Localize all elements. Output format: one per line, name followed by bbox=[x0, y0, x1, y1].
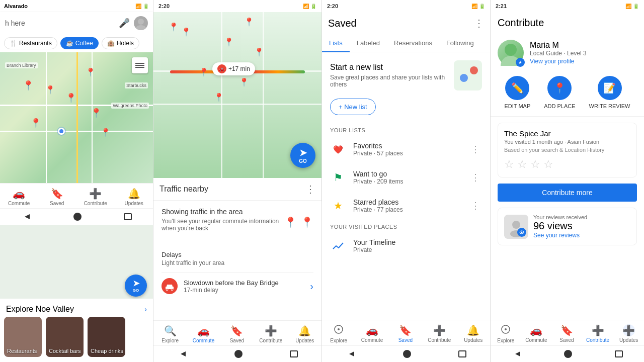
favorites-menu[interactable]: ⋮ bbox=[469, 142, 482, 157]
saved-icon-3: 🔖 bbox=[399, 324, 412, 336]
status-icons-1: 📶 🔋 bbox=[135, 4, 149, 9]
star-3[interactable]: ☆ bbox=[530, 158, 540, 171]
map-pin-3: 📍 bbox=[65, 93, 76, 104]
delay-icon: 🚗 bbox=[217, 64, 226, 73]
status-bar-3: 2:20 📶 🔋 bbox=[322, 0, 490, 12]
list-item-want-to-go[interactable]: ⚑ Want to go Private · 209 items ⋮ bbox=[322, 163, 490, 192]
nav-commute-1[interactable]: 🚗 Commute bbox=[8, 188, 30, 206]
nav-saved-2[interactable]: 🔖 Saved bbox=[226, 325, 248, 343]
list-item-favorites[interactable]: ❤️ Favorites Private · 57 places ⋮ bbox=[322, 135, 490, 163]
contribute-more-button[interactable]: Contribute more bbox=[498, 184, 637, 202]
saved-label-2: Saved bbox=[230, 338, 244, 343]
home-button-1[interactable] bbox=[73, 213, 82, 221]
go-label-map: GO bbox=[133, 288, 139, 293]
home-button-2[interactable] bbox=[234, 350, 243, 358]
go-button-map[interactable]: ➤ GO bbox=[125, 275, 147, 297]
new-list-button[interactable]: + New list bbox=[330, 99, 376, 115]
nav-updates-3[interactable]: 🔔 Updates bbox=[462, 324, 485, 343]
layers-button[interactable] bbox=[132, 57, 148, 73]
add-place-button[interactable]: 📍 bbox=[547, 76, 572, 100]
go-button-traffic[interactable]: ➤ GO bbox=[290, 143, 315, 168]
map-pin-1: 📍 bbox=[23, 80, 34, 91]
svg-point-24 bbox=[505, 328, 507, 330]
star-2[interactable]: ☆ bbox=[517, 158, 527, 171]
commute-icon-2: 🚗 bbox=[197, 325, 210, 337]
nav-updates-1[interactable]: 🔔 Updates bbox=[123, 188, 145, 206]
filter-chip-restaurants[interactable]: 🍴 Restaurants bbox=[4, 37, 57, 49]
add-place-action[interactable]: 📍 ADD PLACE bbox=[544, 76, 575, 109]
filter-chip-hotels[interactable]: 🏨 Hotels bbox=[102, 37, 139, 49]
recents-button-3[interactable] bbox=[458, 350, 466, 357]
nav-saved-1[interactable]: 🔖 Saved bbox=[46, 188, 68, 206]
your-lists-label: YOUR LISTS bbox=[322, 123, 490, 135]
view-profile-link[interactable]: View your profile bbox=[530, 58, 587, 65]
explore-more-link[interactable]: › bbox=[144, 305, 147, 313]
nav-updates-4[interactable]: ➕ Updates bbox=[618, 324, 640, 343]
contribute-label-4: Contribute bbox=[586, 337, 609, 343]
traffic-map-area[interactable]: 📍 📍 📍 📍 📍 📍 📍 📍 🚗 +17 min ➤ GO bbox=[153, 12, 321, 178]
delay-arrow-icon[interactable]: › bbox=[310, 281, 313, 292]
write-review-label: WRITE REVIEW bbox=[589, 103, 630, 109]
edit-map-action[interactable]: ✏️ EDIT MAP bbox=[504, 76, 530, 109]
nav-saved-4[interactable]: 🔖 Saved bbox=[555, 324, 578, 343]
panel-traffic: 2:20 📶 🔋 📍 📍 📍 📍 📍 📍 📍 📍 🚗 +17 min ➤ GO bbox=[153, 0, 322, 362]
nav-explore-3[interactable]: Explore bbox=[328, 324, 350, 343]
nav-contribute-4[interactable]: ➕ Contribute bbox=[586, 324, 609, 343]
nav-contribute-2[interactable]: ➕ Contribute bbox=[259, 325, 282, 343]
explore-chip-restaurants[interactable]: Restaurants bbox=[4, 317, 42, 357]
nav-commute-3[interactable]: 🚗 Commute bbox=[361, 324, 383, 343]
traffic-menu-button[interactable]: ⋮ bbox=[305, 183, 315, 195]
nav-contribute-3[interactable]: ➕ Contribute bbox=[428, 324, 451, 343]
back-button-1[interactable] bbox=[21, 212, 31, 222]
tab-reservations[interactable]: Reservations bbox=[387, 34, 439, 52]
tab-lists[interactable]: Lists bbox=[322, 34, 350, 52]
write-review-action[interactable]: 📝 WRITE REVIEW bbox=[589, 76, 630, 109]
nav-explore-2[interactable]: 🔍 Explore bbox=[159, 325, 181, 343]
recents-button-4[interactable] bbox=[615, 350, 623, 357]
new-list-image bbox=[454, 60, 482, 90]
saved-menu-button[interactable]: ⋮ bbox=[474, 17, 484, 29]
spice-jar-title: The Spice Jar bbox=[504, 129, 630, 138]
status-time-3: 2:20 bbox=[327, 3, 338, 9]
back-button-2[interactable] bbox=[177, 349, 187, 359]
explore-chip-drinks[interactable]: Cheap drinks bbox=[88, 317, 125, 357]
nav-updates-2[interactable]: 🔔 Updates bbox=[294, 325, 316, 343]
filter-label-hotels: Hotels bbox=[117, 40, 134, 47]
home-button-4[interactable] bbox=[564, 350, 572, 358]
back-button-4[interactable] bbox=[512, 349, 522, 359]
starred-menu[interactable]: ⋮ bbox=[469, 198, 482, 213]
mic-icon[interactable]: 🎤 bbox=[119, 18, 130, 29]
map-area[interactable]: Branch Library Starbucks Walgreens Photo… bbox=[0, 52, 153, 183]
delay-item-1[interactable]: Slowdown before the Bay Bridge 17-min de… bbox=[162, 273, 313, 299]
recents-button-2[interactable] bbox=[290, 350, 298, 357]
traffic-info-card: Showing traffic in the area You'll see y… bbox=[153, 200, 321, 244]
star-1[interactable]: ☆ bbox=[504, 158, 514, 171]
nav-contribute-1[interactable]: ➕ Contribute bbox=[84, 188, 107, 206]
explore-chip-cocktail[interactable]: Cocktail bars bbox=[46, 317, 84, 357]
want-to-go-menu[interactable]: ⋮ bbox=[469, 170, 482, 185]
avatar[interactable] bbox=[134, 16, 148, 30]
recents-button-1[interactable] bbox=[124, 213, 132, 220]
nav-explore-4[interactable]: Explore bbox=[495, 324, 517, 343]
home-button-3[interactable] bbox=[403, 350, 411, 358]
write-review-button[interactable]: 📝 bbox=[598, 76, 622, 100]
delay-badge-text: +17 min bbox=[228, 65, 250, 72]
filter-chip-coffee[interactable]: ☕ Coffee bbox=[60, 37, 99, 49]
favorites-name: Favorites bbox=[353, 142, 462, 150]
back-button-3[interactable] bbox=[346, 349, 356, 359]
status-icons-4: 📶 🔋 bbox=[625, 4, 639, 9]
edit-map-button[interactable]: ✏️ bbox=[505, 76, 529, 100]
star-4[interactable]: ☆ bbox=[543, 158, 553, 171]
nav-commute-2[interactable]: 🚗 Commute bbox=[193, 325, 215, 343]
tab-following[interactable]: Following bbox=[439, 34, 481, 52]
svg-marker-25 bbox=[515, 351, 520, 356]
tab-labeled[interactable]: Labeled bbox=[350, 34, 387, 52]
list-item-starred[interactable]: ★ Starred places Private · 77 places ⋮ bbox=[322, 192, 490, 220]
list-item-timeline[interactable]: Your Timeline Private bbox=[322, 232, 490, 260]
contrib-actions: ✏️ EDIT MAP 📍 ADD PLACE 📝 WRITE REVIEW bbox=[491, 72, 644, 117]
nav-saved-3[interactable]: 🔖 Saved bbox=[394, 324, 417, 343]
nav-commute-4[interactable]: 🚗 Commute bbox=[525, 324, 547, 343]
svg-rect-2 bbox=[135, 67, 144, 68]
see-reviews-link[interactable]: See your reviews bbox=[533, 232, 630, 239]
android-nav-4 bbox=[491, 345, 644, 362]
